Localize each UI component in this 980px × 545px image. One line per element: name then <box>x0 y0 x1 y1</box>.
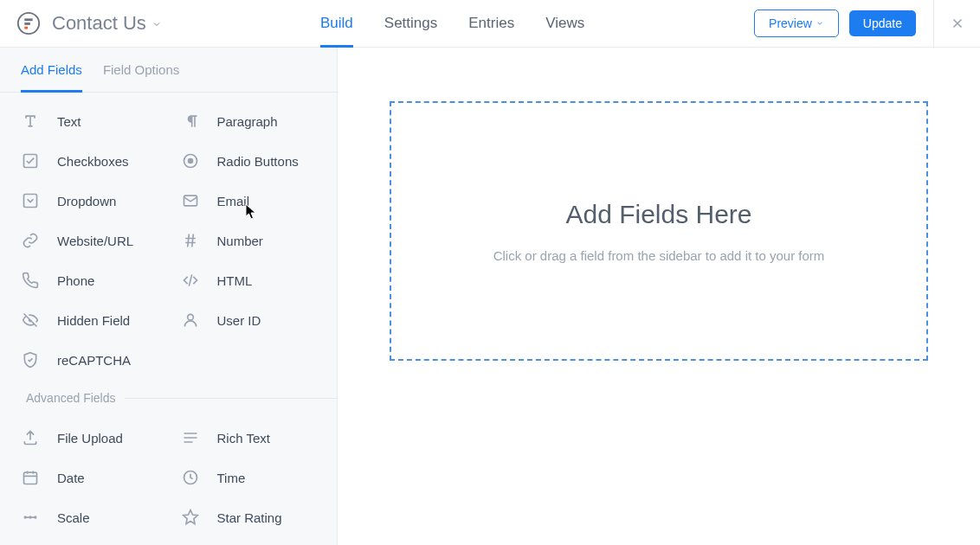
email-icon <box>181 191 200 210</box>
dropzone-title: Add Fields Here <box>565 200 751 229</box>
close-icon <box>950 16 965 31</box>
advanced-fields-label: Advanced Fields <box>0 390 337 406</box>
hidden-icon <box>21 311 40 330</box>
html-icon <box>181 271 200 290</box>
form-title-text: Contact Us <box>52 12 146 35</box>
tab-views[interactable]: Views <box>545 0 584 47</box>
dropdown-icon <box>21 191 40 210</box>
hash-icon <box>181 231 200 250</box>
form-title-dropdown[interactable]: Contact Us <box>52 12 162 35</box>
sidebar-tab-add-fields[interactable]: Add Fields <box>21 48 82 92</box>
sidebar-tabs: Add Fields Field Options <box>0 48 337 93</box>
radio-icon <box>181 151 200 170</box>
close-button[interactable] <box>933 0 980 47</box>
upload-icon <box>21 428 40 447</box>
field-label: User ID <box>217 313 261 328</box>
text-icon <box>21 112 40 131</box>
field-hidden-field[interactable]: Hidden Field <box>9 300 169 340</box>
field-label: Scale <box>57 510 90 525</box>
field-label: Radio Buttons <box>217 154 299 169</box>
field-website-url[interactable]: Website/URL <box>9 221 169 260</box>
header: Contact Us Build Settings Entries Views … <box>0 0 980 48</box>
field-radio-buttons[interactable]: Radio Buttons <box>169 141 329 181</box>
richtext-icon <box>181 428 200 447</box>
canvas: Add Fields Here Click or drag a field fr… <box>338 48 980 545</box>
field-label: reCAPTCHA <box>57 353 131 368</box>
sidebar: Add Fields Field Options TextParagraphCh… <box>0 48 338 545</box>
field-label: Text <box>57 114 81 129</box>
field-dropdown[interactable]: Dropdown <box>9 181 169 221</box>
tab-settings[interactable]: Settings <box>384 0 437 47</box>
preview-label: Preview <box>769 16 812 30</box>
tab-build[interactable]: Build <box>320 0 353 47</box>
field-label: Website/URL <box>57 234 133 248</box>
field-rich-text[interactable]: Rich Text <box>169 418 329 458</box>
phone-icon <box>21 271 40 290</box>
field-scale[interactable]: Scale <box>9 497 169 537</box>
field-label: HTML <box>217 273 253 288</box>
svg-rect-13 <box>24 22 30 25</box>
field-label: Date <box>57 471 85 485</box>
svg-rect-12 <box>24 18 32 21</box>
field-user-id[interactable]: User ID <box>169 300 329 340</box>
caret-down-icon <box>152 12 162 35</box>
field-time[interactable]: Time <box>169 458 329 497</box>
field-file-upload[interactable]: File Upload <box>9 418 169 458</box>
shield-icon <box>21 350 40 369</box>
field-label: File Upload <box>57 431 123 446</box>
date-icon <box>21 468 40 487</box>
field-star-rating[interactable]: Star Rating <box>169 497 329 537</box>
app-logo-icon[interactable] <box>16 10 42 36</box>
field-label: Dropdown <box>57 194 116 208</box>
user-icon <box>181 311 200 330</box>
header-actions: Preview Update <box>754 0 980 47</box>
caret-down-icon <box>816 16 824 30</box>
paragraph-icon <box>181 112 200 131</box>
field-label: Time <box>217 471 246 485</box>
field-label: Paragraph <box>217 114 278 129</box>
time-icon <box>181 468 200 487</box>
star-icon <box>181 508 200 527</box>
scale-icon <box>21 508 40 527</box>
field-html[interactable]: HTML <box>169 260 329 300</box>
field-phone[interactable]: Phone <box>9 260 169 300</box>
field-label: Rich Text <box>217 431 270 446</box>
field-label: Phone <box>57 273 94 288</box>
update-button[interactable]: Update <box>849 10 916 36</box>
field-date[interactable]: Date <box>9 458 169 497</box>
field-label: Checkboxes <box>57 154 129 169</box>
sidebar-tab-field-options[interactable]: Field Options <box>103 48 179 92</box>
field-label: Email <box>217 194 250 208</box>
dropzone-subtitle: Click or drag a field from the sidebar t… <box>493 248 825 263</box>
svg-rect-14 <box>24 27 28 29</box>
link-icon <box>21 231 40 250</box>
tab-entries[interactable]: Entries <box>468 0 514 47</box>
field-paragraph[interactable]: Paragraph <box>169 101 329 141</box>
field-email[interactable]: Email <box>169 181 329 221</box>
field-label: Number <box>217 234 263 248</box>
field-label: Star Rating <box>217 510 282 525</box>
field-text[interactable]: Text <box>9 101 169 141</box>
basic-fields-grid: TextParagraphCheckboxesRadio ButtonsDrop… <box>0 93 337 380</box>
field-label: Hidden Field <box>57 313 130 328</box>
advanced-fields-grid: File UploadRich TextDateTimeScaleStar Ra… <box>0 409 337 537</box>
top-tabs: Build Settings Entries Views <box>320 0 584 47</box>
field-recaptcha[interactable]: reCAPTCHA <box>9 340 169 380</box>
preview-button[interactable]: Preview <box>754 10 839 37</box>
field-checkboxes[interactable]: Checkboxes <box>9 141 169 181</box>
checkbox-icon <box>21 151 40 170</box>
field-number[interactable]: Number <box>169 221 329 260</box>
dropzone[interactable]: Add Fields Here Click or drag a field fr… <box>390 101 928 361</box>
